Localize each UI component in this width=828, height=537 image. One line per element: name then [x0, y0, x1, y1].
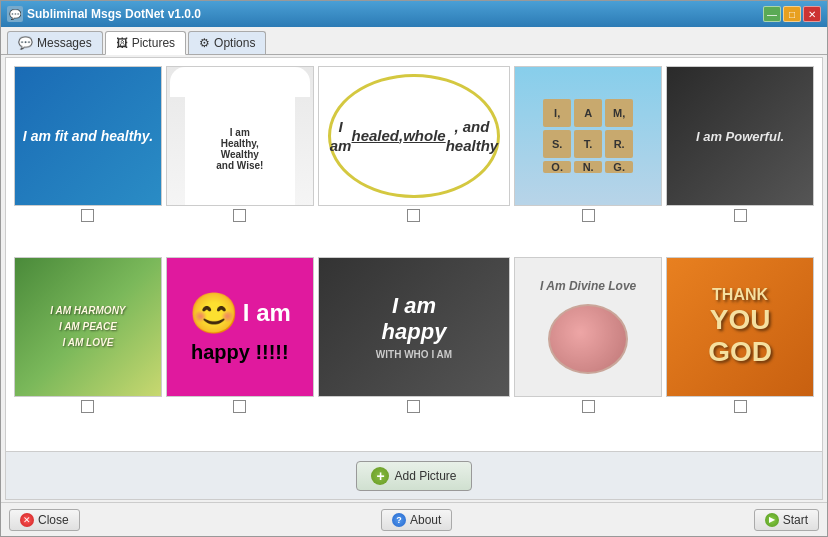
picture-text-5: I am Powerful.	[696, 129, 784, 144]
window-close-button[interactable]: ✕	[803, 6, 821, 22]
picture-item-6: I AM HARMONY I AM PEACE I AM LOVE	[14, 257, 162, 444]
tab-options[interactable]: ⚙ Options	[188, 31, 266, 54]
picture-text-1: I am fit and healthy.	[18, 123, 158, 149]
add-picture-icon: +	[371, 467, 389, 485]
picture-thumb-3[interactable]: I am healed, whole, and healthy	[318, 66, 510, 206]
thank-text: THANK	[708, 286, 772, 304]
picture-checkbox-9[interactable]	[582, 400, 595, 413]
pictures-tab-icon: 🖼	[116, 36, 128, 50]
tile-R: R.	[605, 130, 633, 158]
picture-inner-7: 😊 I am happy !!!!!	[189, 290, 291, 364]
picture-thumb-6[interactable]: I AM HARMONY I AM PEACE I AM LOVE	[14, 257, 162, 397]
picture-text-6: I AM HARMONY I AM PEACE I AM LOVE	[50, 303, 125, 351]
tab-messages[interactable]: 💬 Messages	[7, 31, 103, 54]
god-text: GOD	[708, 336, 772, 368]
tile-M: M,	[605, 99, 633, 127]
app-icon: 💬	[7, 6, 23, 22]
picture-checkbox-10[interactable]	[734, 400, 747, 413]
add-picture-label: Add Picture	[394, 469, 456, 483]
tile-I: I,	[543, 99, 571, 127]
picture-item-4: I, A M, S. T. R. O. N. G.	[514, 66, 662, 253]
you-text: YOU	[708, 304, 772, 336]
about-icon: ?	[392, 513, 406, 527]
picture-thumb-4[interactable]: I, A M, S. T. R. O. N. G.	[514, 66, 662, 206]
about-button[interactable]: ? About	[381, 509, 452, 531]
picture-thumb-9[interactable]: I Am Divine Love	[514, 257, 662, 397]
options-tab-icon: ⚙	[199, 36, 210, 50]
picture-checkbox-2[interactable]	[233, 209, 246, 222]
iam-text: I am	[243, 299, 291, 327]
tile-N: N.	[574, 161, 602, 173]
scrabble-blocks: I, A M, S. T. R. O. N. G.	[543, 99, 633, 173]
tile-G: G.	[605, 161, 633, 173]
main-window: 💬 Subliminal Msgs DotNet v1.0.0 — □ ✕ 💬 …	[0, 0, 828, 537]
close-label: Close	[38, 513, 69, 527]
start-label: Start	[783, 513, 808, 527]
happy-text: happy !!!!!	[191, 341, 289, 364]
happy-subtitle: happy	[376, 319, 452, 345]
divine-text: I Am Divine Love	[540, 279, 636, 293]
messages-tab-label: Messages	[37, 36, 92, 50]
bottom-area: + Add Picture	[6, 451, 822, 499]
picture-thumb-2[interactable]: I amHealthy,Wealthyand Wise!	[166, 66, 314, 206]
picture-thumb-7[interactable]: 😊 I am happy !!!!!	[166, 257, 314, 397]
close-icon: ✕	[20, 513, 34, 527]
picture-inner-3: I am healed, whole, and healthy	[328, 74, 499, 198]
tab-bar: 💬 Messages 🖼 Pictures ⚙ Options	[1, 27, 827, 55]
title-bar-left: 💬 Subliminal Msgs DotNet v1.0.0	[7, 6, 201, 22]
start-button[interactable]: ▶ Start	[754, 509, 819, 531]
picture-item-8: I am happy WITH WHO I AM	[318, 257, 510, 444]
picture-item-3: I am healed, whole, and healthy	[318, 66, 510, 253]
picture-inner-9: I Am Divine Love	[540, 279, 636, 374]
picture-checkbox-5[interactable]	[734, 209, 747, 222]
title-buttons: — □ ✕	[763, 6, 821, 22]
picture-item-1: I am fit and healthy.	[14, 66, 162, 253]
close-button[interactable]: ✕ Close	[9, 509, 80, 531]
picture-checkbox-4[interactable]	[582, 209, 595, 222]
picture-item-10: THANK YOU GOD	[666, 257, 814, 444]
tab-pictures[interactable]: 🖼 Pictures	[105, 31, 186, 55]
picture-inner-8: I am happy WITH WHO I AM	[371, 288, 457, 365]
smiley-icon: 😊	[189, 290, 239, 337]
pictures-tab-label: Pictures	[132, 36, 175, 50]
picture-item-9: I Am Divine Love	[514, 257, 662, 444]
tile-T: T.	[574, 130, 602, 158]
add-picture-button[interactable]: + Add Picture	[356, 461, 471, 491]
picture-thumb-1[interactable]: I am fit and healthy.	[14, 66, 162, 206]
minimize-button[interactable]: —	[763, 6, 781, 22]
happy-big-text: I am	[376, 293, 452, 319]
picture-checkbox-7[interactable]	[233, 400, 246, 413]
status-bar: ✕ Close ? About ▶ Start	[1, 502, 827, 536]
tile-A: A	[574, 99, 602, 127]
picture-thumb-8[interactable]: I am happy WITH WHO I AM	[318, 257, 510, 397]
picture-thumb-10[interactable]: THANK YOU GOD	[666, 257, 814, 397]
maximize-button[interactable]: □	[783, 6, 801, 22]
picture-item-7: 😊 I am happy !!!!!	[166, 257, 314, 444]
picture-item-2: I amHealthy,Wealthyand Wise!	[166, 66, 314, 253]
content-area: I am fit and healthy. I amHealthy,Wealth…	[5, 57, 823, 500]
tile-O: O.	[543, 161, 571, 173]
picture-thumb-5[interactable]: I am Powerful.	[666, 66, 814, 206]
start-icon: ▶	[765, 513, 779, 527]
tile-S: S.	[543, 130, 571, 158]
about-label: About	[410, 513, 441, 527]
divine-circle	[548, 304, 628, 374]
with-who-text: WITH WHO I AM	[376, 349, 452, 360]
pictures-grid: I am fit and healthy. I amHealthy,Wealth…	[6, 58, 822, 451]
window-title: Subliminal Msgs DotNet v1.0.0	[27, 7, 201, 21]
picture-checkbox-6[interactable]	[81, 400, 94, 413]
picture-inner-10: THANK YOU GOD	[708, 286, 772, 368]
messages-tab-icon: 💬	[18, 36, 33, 50]
title-bar: 💬 Subliminal Msgs DotNet v1.0.0 — □ ✕	[1, 1, 827, 27]
picture-item-5: I am Powerful.	[666, 66, 814, 253]
picture-checkbox-8[interactable]	[407, 400, 420, 413]
options-tab-label: Options	[214, 36, 255, 50]
picture-checkbox-1[interactable]	[81, 209, 94, 222]
picture-checkbox-3[interactable]	[407, 209, 420, 222]
